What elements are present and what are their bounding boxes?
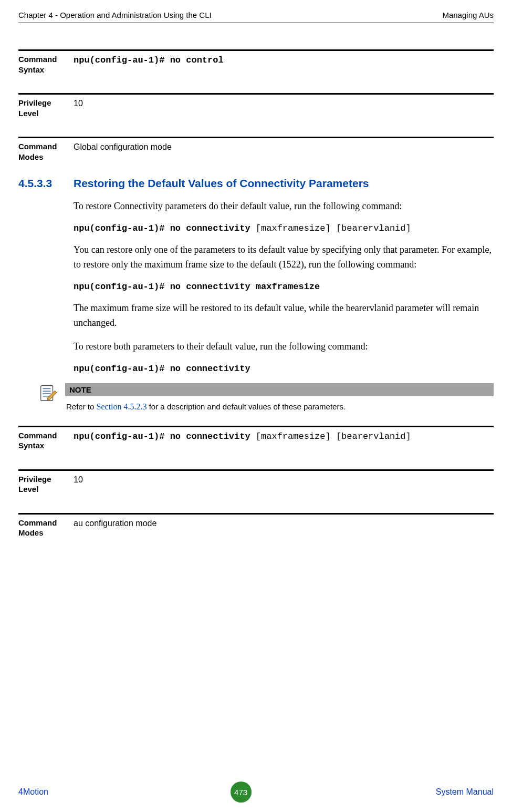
note-text-post: for a description and default values of …	[147, 402, 346, 411]
body-paragraph: You can restore only one of the paramete…	[74, 243, 494, 272]
privilege-level-value: 10	[74, 474, 83, 486]
command-modes-value: au configuration mode	[74, 518, 156, 529]
section-title: Restoring the Default Values of Connecti…	[74, 177, 369, 190]
command-modes-label: Command Modes	[18, 141, 74, 162]
command-bold: npu(config-au-1)# no connectivity	[74, 431, 256, 441]
command-line: npu(config-au-1)# no connectivity	[74, 364, 494, 374]
command-args: [maxframesize] [bearervlanid]	[256, 223, 411, 233]
command-bold: npu(config-au-1)# no connectivity	[74, 223, 256, 233]
command-syntax-text: npu(config-au-1)# no control	[74, 55, 224, 65]
command-line: npu(config-au-1)# no connectivity maxfra…	[74, 282, 494, 292]
privilege-level-value: 10	[74, 98, 83, 109]
privilege-level-block-2: Privilege Level 10	[18, 469, 494, 495]
body-paragraph: The maximum frame size will be restored …	[74, 301, 494, 331]
command-syntax-label: Command Syntax	[18, 430, 74, 451]
footer-left[interactable]: 4Motion	[18, 787, 48, 797]
section-number: 4.5.3.3	[18, 177, 74, 190]
privilege-level-label: Privilege Level	[18, 474, 74, 495]
section-heading: 4.5.3.3 Restoring the Default Values of …	[18, 177, 494, 190]
privilege-level-label: Privilege Level	[18, 98, 74, 118]
note-text: Refer to Section 4.5.2.3 for a descripti…	[65, 396, 494, 414]
command-syntax-block-2: Command Syntax npu(config-au-1)# no conn…	[18, 426, 494, 451]
header-right: Managing AUs	[442, 11, 494, 19]
header-rule	[18, 23, 494, 23]
note-link[interactable]: Section 4.5.2.3	[97, 402, 147, 411]
command-line: npu(config-au-1)# no connectivity [maxfr…	[74, 223, 494, 233]
command-modes-value: Global configuration mode	[74, 141, 172, 153]
command-bold: npu(config-au-1)# no connectivity maxfra…	[74, 282, 320, 292]
note-icon	[37, 383, 65, 406]
command-modes-block-1: Command Modes Global configuration mode	[18, 137, 494, 162]
command-modes-label: Command Modes	[18, 518, 74, 538]
command-syntax-value: npu(config-au-1)# no control	[74, 54, 224, 67]
command-args: [maxframesize] [bearervlanid]	[256, 431, 411, 441]
body-paragraph: To restore Connectivity parameters do th…	[74, 199, 494, 214]
body-paragraph: To restore both parameters to their defa…	[74, 340, 494, 354]
command-syntax-block-1: Command Syntax npu(config-au-1)# no cont…	[18, 49, 494, 75]
privilege-level-block-1: Privilege Level 10	[18, 93, 494, 118]
command-bold: npu(config-au-1)# no connectivity	[74, 364, 250, 374]
command-syntax-value: npu(config-au-1)# no connectivity [maxfr…	[74, 430, 411, 443]
header-left: Chapter 4 - Operation and Administration…	[18, 11, 212, 19]
page-number-badge: 473	[231, 782, 252, 803]
command-syntax-label: Command Syntax	[18, 54, 74, 75]
note-text-pre: Refer to	[66, 402, 97, 411]
footer-right[interactable]: System Manual	[433, 787, 494, 797]
command-modes-block-2: Command Modes au configuration mode	[18, 513, 494, 538]
note-body: NOTE Refer to Section 4.5.2.3 for a desc…	[65, 383, 494, 414]
note-heading: NOTE	[65, 383, 494, 396]
